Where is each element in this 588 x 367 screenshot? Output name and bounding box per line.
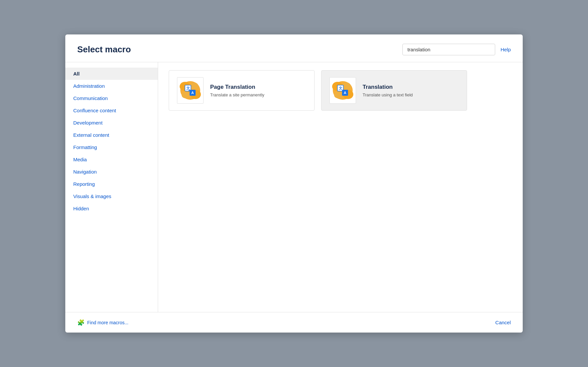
- sidebar-item-communication[interactable]: Communication: [65, 92, 158, 104]
- macro-desc-page-translation: Translate a site permanently: [210, 92, 306, 97]
- translation-icon-svg: 文 A: [178, 79, 202, 102]
- select-macro-dialog: Select macro Help All Administration Com…: [65, 34, 523, 333]
- translation-icon2-svg: 文 A: [331, 79, 355, 102]
- dialog-title: Select macro: [77, 44, 131, 55]
- cancel-button[interactable]: Cancel: [495, 318, 511, 327]
- svg-text:文: 文: [186, 86, 190, 90]
- macro-icon-page-translation: 文 A: [177, 77, 204, 104]
- help-link[interactable]: Help: [500, 47, 511, 52]
- macro-card-translation[interactable]: 文 A Translation Translate using a text f…: [321, 70, 467, 111]
- sidebar-item-external-content[interactable]: External content: [65, 129, 158, 141]
- find-more-macros-link[interactable]: 🧩 Find more macros...: [77, 319, 128, 326]
- svg-text:A: A: [191, 91, 194, 95]
- macro-info-translation: Translation Translate using a text field: [363, 84, 459, 97]
- macro-name-page-translation: Page Translation: [210, 84, 306, 90]
- macro-grid: 文 A Page Translation Translate a site pe…: [158, 62, 523, 312]
- sidebar-item-visuals-images[interactable]: Visuals & images: [65, 190, 158, 202]
- svg-point-13: [334, 92, 342, 98]
- sidebar-item-confluence-content[interactable]: Confluence content: [65, 104, 158, 117]
- macro-desc-translation: Translate using a text field: [363, 92, 459, 97]
- sidebar-item-development[interactable]: Development: [65, 117, 158, 129]
- svg-point-12: [343, 82, 351, 89]
- macro-card-page-translation[interactable]: 文 A Page Translation Translate a site pe…: [169, 70, 315, 111]
- dialog-body: All Administration Communication Conflue…: [65, 62, 523, 312]
- search-input[interactable]: [402, 44, 495, 55]
- header-right: Help: [402, 44, 511, 55]
- sidebar-item-all[interactable]: All: [65, 68, 158, 80]
- svg-point-3: [190, 82, 198, 89]
- sidebar-item-navigation[interactable]: Navigation: [65, 166, 158, 178]
- sidebar-item-administration[interactable]: Administration: [65, 80, 158, 92]
- macro-name-translation: Translation: [363, 84, 459, 90]
- dialog-footer: 🧩 Find more macros... Cancel: [65, 312, 523, 333]
- sidebar-item-reporting[interactable]: Reporting: [65, 178, 158, 190]
- macro-icon-translation: 文 A: [329, 77, 356, 104]
- dialog-header: Select macro Help: [65, 34, 523, 62]
- sidebar-item-media[interactable]: Media: [65, 153, 158, 166]
- sidebar-item-formatting[interactable]: Formatting: [65, 141, 158, 153]
- svg-text:文: 文: [339, 86, 342, 90]
- puzzle-icon: 🧩: [77, 319, 85, 326]
- sidebar-item-hidden[interactable]: Hidden: [65, 202, 158, 215]
- sidebar: All Administration Communication Conflue…: [65, 62, 158, 312]
- find-more-label: Find more macros...: [87, 320, 128, 325]
- svg-point-4: [182, 92, 190, 98]
- macro-info-page-translation: Page Translation Translate a site perman…: [210, 84, 306, 97]
- svg-text:A: A: [344, 91, 346, 95]
